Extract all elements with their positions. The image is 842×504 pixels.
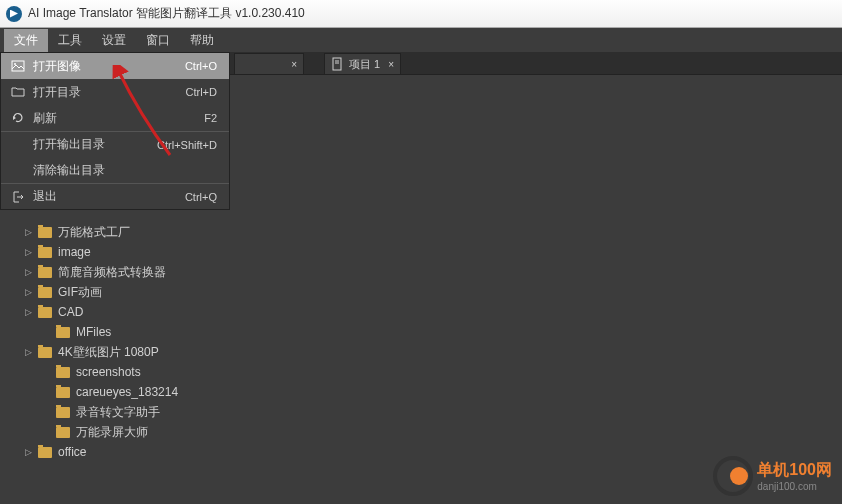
right-tab-bar: 项目 1 × xyxy=(320,52,842,75)
menu-item-label: 打开输出目录 xyxy=(27,136,157,153)
menubar: 文件工具设置窗口帮助 xyxy=(0,28,842,52)
menu-tools[interactable]: 工具 xyxy=(48,29,92,52)
tree-item-label: 万能格式工厂 xyxy=(56,224,130,241)
tree-item[interactable]: screenshots xyxy=(4,362,320,382)
menu-item-label: 退出 xyxy=(27,188,185,205)
app-icon xyxy=(6,6,22,22)
folder-icon xyxy=(56,327,70,338)
expand-arrow-icon[interactable]: ▷ xyxy=(22,347,34,357)
menu-settings[interactable]: 设置 xyxy=(92,29,136,52)
watermark-title: 单机100网 xyxy=(757,460,832,481)
tree-item-label: GIF动画 xyxy=(56,284,102,301)
folder-icon xyxy=(9,85,27,99)
tree-item-label: 万能录屏大师 xyxy=(74,424,148,441)
tab-label: 项目 1 xyxy=(349,57,380,72)
expand-arrow-icon[interactable]: ▷ xyxy=(22,267,34,277)
menu-item-5[interactable]: 退出Ctrl+Q xyxy=(1,183,229,209)
exit-icon xyxy=(9,190,27,204)
file-menu-dropdown: 打开图像Ctrl+O打开目录Ctrl+D刷新F2打开输出目录Ctrl+Shift… xyxy=(0,52,230,210)
tree-item[interactable]: ▷万能格式工厂 xyxy=(4,222,320,242)
refresh-icon xyxy=(9,111,27,125)
folder-icon xyxy=(56,367,70,378)
right-panel: 项目 1 × xyxy=(320,52,842,504)
expand-arrow-icon[interactable]: ▷ xyxy=(22,247,34,257)
menu-item-3[interactable]: 打开输出目录Ctrl+Shift+D xyxy=(1,131,229,157)
svg-rect-0 xyxy=(12,61,24,71)
left-panel: × 打开图像Ctrl+O打开目录Ctrl+D刷新F2打开输出目录Ctrl+Shi… xyxy=(0,52,320,504)
tree-item-label: CAD xyxy=(56,305,83,319)
menu-item-label: 清除输出目录 xyxy=(27,162,217,179)
menu-item-shortcut: Ctrl+Shift+D xyxy=(157,139,229,151)
tree-item[interactable]: 录音转文字助手 xyxy=(4,402,320,422)
watermark: 单机100网 danji100.com xyxy=(713,456,832,496)
menu-item-label: 打开目录 xyxy=(27,84,186,101)
close-icon[interactable]: × xyxy=(388,59,394,70)
folder-icon xyxy=(56,407,70,418)
menu-item-4[interactable]: 清除输出目录 xyxy=(1,157,229,183)
folder-icon xyxy=(38,447,52,458)
image-icon xyxy=(9,59,27,73)
menu-help[interactable]: 帮助 xyxy=(180,29,224,52)
tree-item-label: 简鹿音频格式转换器 xyxy=(56,264,166,281)
tree-item-label: office xyxy=(56,445,86,459)
folder-icon xyxy=(56,427,70,438)
tree-item[interactable]: ▷CAD xyxy=(4,302,320,322)
tree-item-label: MFiles xyxy=(74,325,111,339)
close-icon[interactable]: × xyxy=(291,59,297,70)
folder-icon xyxy=(38,287,52,298)
left-tab-bar: × xyxy=(230,52,320,75)
tree-item[interactable]: ▷简鹿音频格式转换器 xyxy=(4,262,320,282)
menu-item-shortcut: Ctrl+D xyxy=(186,86,229,98)
svg-rect-3 xyxy=(333,58,341,70)
menu-item-2[interactable]: 刷新F2 xyxy=(1,105,229,131)
menu-item-shortcut: F2 xyxy=(204,112,229,124)
folder-icon xyxy=(38,267,52,278)
menu-item-1[interactable]: 打开目录Ctrl+D xyxy=(1,79,229,105)
document-icon xyxy=(331,57,345,71)
menu-item-shortcut: Ctrl+Q xyxy=(185,191,229,203)
watermark-logo-icon xyxy=(713,456,753,496)
menu-item-label: 刷新 xyxy=(27,110,204,127)
menu-item-shortcut: Ctrl+O xyxy=(185,60,229,72)
tree-item[interactable]: MFiles xyxy=(4,322,320,342)
project-tab[interactable]: 项目 1 × xyxy=(324,53,401,74)
expand-arrow-icon[interactable]: ▷ xyxy=(22,447,34,457)
watermark-url: danji100.com xyxy=(757,481,832,492)
expand-arrow-icon[interactable]: ▷ xyxy=(22,227,34,237)
menu-item-label: 打开图像 xyxy=(27,58,185,75)
folder-icon xyxy=(38,247,52,258)
tree-item[interactable]: careueyes_183214 xyxy=(4,382,320,402)
tree-item[interactable]: ▷4K壁纸图片 1080P xyxy=(4,342,320,362)
expand-arrow-icon[interactable]: ▷ xyxy=(22,307,34,317)
tree-item-label: screenshots xyxy=(74,365,141,379)
tree-item[interactable]: ▷image xyxy=(4,242,320,262)
folder-icon xyxy=(38,347,52,358)
tree-item[interactable]: ▷GIF动画 xyxy=(4,282,320,302)
tree-item-label: careueyes_183214 xyxy=(74,385,178,399)
folder-icon xyxy=(38,307,52,318)
menu-item-0[interactable]: 打开图像Ctrl+O xyxy=(1,53,229,79)
window-title: AI Image Translator 智能图片翻译工具 v1.0.230.41… xyxy=(28,5,305,22)
tree-item[interactable]: ▷office xyxy=(4,442,320,462)
tree-item[interactable]: 万能录屏大师 xyxy=(4,422,320,442)
tree-item-label: 录音转文字助手 xyxy=(74,404,160,421)
left-tab[interactable]: × xyxy=(234,53,304,74)
tree-item-label: 4K壁纸图片 1080P xyxy=(56,344,159,361)
titlebar: AI Image Translator 智能图片翻译工具 v1.0.230.41… xyxy=(0,0,842,28)
menu-file[interactable]: 文件 xyxy=(4,29,48,52)
menu-window[interactable]: 窗口 xyxy=(136,29,180,52)
folder-icon xyxy=(38,227,52,238)
tree-item-label: image xyxy=(56,245,91,259)
expand-arrow-icon[interactable]: ▷ xyxy=(22,287,34,297)
folder-icon xyxy=(56,387,70,398)
